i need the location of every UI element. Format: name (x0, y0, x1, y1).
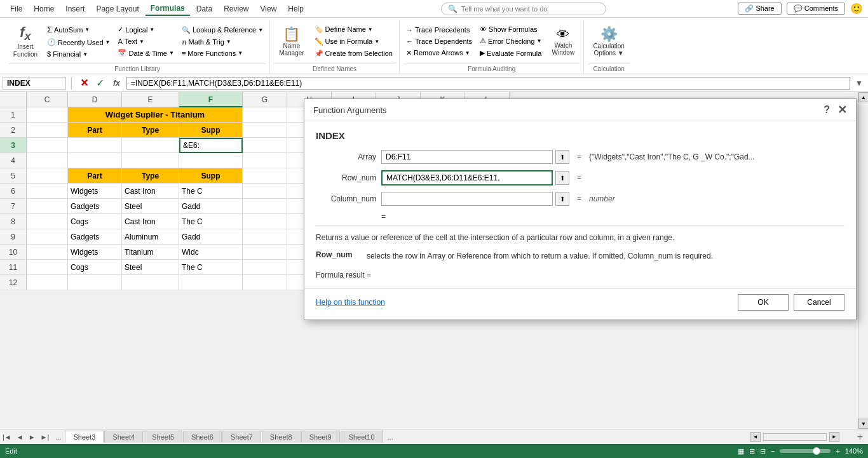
cell-reference-input[interactable] (3, 77, 66, 90)
watch-window-button[interactable]: 👁 WatchWindow (546, 25, 580, 58)
sheet-tab-sheet7[interactable]: Sheet7 (222, 431, 261, 443)
cell-c1[interactable] (27, 107, 68, 123)
sheet-nav-left[interactable]: ◄ (14, 433, 26, 441)
menu-insert[interactable]: Insert (60, 3, 90, 15)
search-input[interactable] (461, 5, 599, 13)
row-header-3[interactable]: 3 (0, 138, 27, 153)
row-num-input[interactable] (381, 170, 553, 185)
add-sheet-button[interactable]: + (852, 431, 868, 443)
cell-e2[interactable]: Type (122, 123, 179, 138)
sheet-tab-sheet3[interactable]: Sheet3 (65, 431, 104, 443)
row-header-2[interactable]: 2 (0, 123, 27, 138)
dialog-help-button[interactable]: ? (824, 104, 830, 116)
cell-e3[interactable] (122, 138, 179, 153)
sheet-tab-sheet10[interactable]: Sheet10 (341, 431, 383, 443)
name-manager-button[interactable]: 📋 NameManager (274, 24, 309, 59)
cell-g3[interactable] (243, 138, 287, 153)
cell-d11[interactable]: Cogs (68, 260, 122, 275)
page-break-view-icon[interactable]: ⊟ (760, 447, 766, 455)
text-button[interactable]: A Text ▼ (115, 36, 176, 46)
cell-c4[interactable] (27, 153, 68, 168)
row-header-7[interactable]: 7 (0, 199, 27, 214)
column-num-ref-button[interactable]: ⬆ (555, 192, 569, 206)
evaluate-formula-button[interactable]: ▶ Evaluate Formula (477, 48, 544, 58)
cell-e9[interactable]: Aluminum (122, 229, 179, 245)
menu-page-layout[interactable]: Page Layout (91, 3, 144, 15)
financial-button[interactable]: $ Financial ▼ (44, 49, 112, 59)
col-header-e[interactable]: E (122, 92, 179, 107)
cell-c9[interactable] (27, 229, 68, 245)
sheet-nav-right[interactable]: ► (26, 433, 38, 441)
row-header-8[interactable]: 8 (0, 214, 27, 229)
cell-e11[interactable]: Steel (122, 260, 179, 275)
row-num-ref-button[interactable]: ⬆ (555, 171, 569, 185)
cell-f8[interactable]: The C (179, 214, 243, 229)
cell-c3[interactable] (27, 138, 68, 153)
col-header-f[interactable]: F (179, 92, 243, 107)
cell-c6[interactable] (27, 184, 68, 199)
cell-e12[interactable] (122, 275, 179, 290)
zoom-in-button[interactable]: + (836, 447, 839, 455)
cell-g9[interactable] (243, 229, 287, 245)
insert-function-fx-button[interactable]: fx (109, 79, 124, 88)
logical-button[interactable]: ✓ Logical ▼ (115, 24, 176, 35)
array-ref-button[interactable]: ⬆ (555, 150, 569, 164)
cell-c12[interactable] (27, 275, 68, 290)
cell-c5[interactable] (27, 168, 68, 184)
cell-d4[interactable] (68, 153, 122, 168)
error-checking-button[interactable]: ⚠ Error Checking ▼ (477, 36, 544, 46)
trace-dependents-button[interactable]: ← Trace Dependents (403, 36, 475, 46)
scroll-up-button[interactable]: ▲ (858, 92, 868, 102)
recently-used-button[interactable]: 🕐 Recently Used ▼ (44, 37, 112, 48)
sheet-tab-more-right[interactable]: ... (384, 433, 397, 441)
confirm-button[interactable]: ✓ (93, 77, 107, 89)
autosum-button[interactable]: Σ AutoSum ▼ (44, 24, 112, 36)
zoom-out-button[interactable]: − (771, 447, 775, 455)
cell-d9[interactable]: Gadgets (68, 229, 122, 245)
menu-home[interactable]: Home (29, 3, 59, 15)
column-num-input[interactable] (381, 192, 553, 206)
math-trig-button[interactable]: π Math & Trig ▼ (179, 37, 266, 47)
scroll-right-button[interactable]: ► (829, 432, 839, 442)
row-header-9[interactable]: 9 (0, 229, 27, 245)
row-header-10[interactable]: 10 (0, 245, 27, 260)
menu-help[interactable]: Help (283, 3, 309, 15)
cell-c10[interactable] (27, 245, 68, 260)
col-header-d[interactable]: D (68, 92, 122, 107)
cell-c7[interactable] (27, 199, 68, 214)
create-from-selection-button[interactable]: 📌 Create from Selection (312, 48, 395, 59)
cell-d2[interactable]: Part (68, 123, 122, 138)
cell-e7[interactable]: Steel (122, 199, 179, 214)
comments-button[interactable]: 💬 Comments (787, 3, 845, 15)
row-header-1[interactable]: 1 (0, 107, 27, 123)
lookup-reference-button[interactable]: 🔍 Lookup & Reference ▼ (179, 25, 266, 36)
cell-d6[interactable]: Widgets (68, 184, 122, 199)
use-in-formula-button[interactable]: ✏️ Use in Formula ▼ (312, 36, 395, 47)
cell-e6[interactable]: Cast Iron (122, 184, 179, 199)
sheet-nav-right-right[interactable]: ►| (38, 433, 52, 441)
insert-function-button[interactable]: fx InsertFunction (9, 22, 42, 61)
cell-g7[interactable] (243, 199, 287, 214)
row-header-6[interactable]: 6 (0, 184, 27, 199)
col-header-c[interactable]: C (27, 92, 68, 107)
share-button[interactable]: 🔗 Share (738, 3, 781, 15)
menu-view[interactable]: View (255, 3, 282, 15)
sheet-nav-left-left[interactable]: |◄ (0, 433, 14, 441)
array-input[interactable] (381, 150, 553, 164)
sheet-tab-sheet5[interactable]: Sheet5 (144, 431, 182, 443)
cell-d8[interactable]: Cogs (68, 214, 122, 229)
cell-g11[interactable] (243, 260, 287, 275)
cell-f11[interactable]: The C (179, 260, 243, 275)
cancel-button[interactable]: Cancel (794, 294, 844, 311)
cell-d3[interactable] (68, 138, 122, 153)
scroll-left-button[interactable]: ◄ (750, 432, 761, 442)
sheet-tab-sheet4[interactable]: Sheet4 (104, 431, 143, 443)
cell-e4[interactable] (122, 153, 179, 168)
scroll-down-button[interactable]: ▼ (858, 419, 868, 429)
cell-g2[interactable] (243, 123, 287, 138)
cell-f10[interactable]: Widc (179, 245, 243, 260)
cell-f2[interactable]: Supp (179, 123, 243, 138)
cancel-button[interactable]: ✕ (78, 77, 91, 89)
cell-c8[interactable] (27, 214, 68, 229)
cell-d1[interactable]: Widget Suplier - Titanium (68, 107, 243, 123)
